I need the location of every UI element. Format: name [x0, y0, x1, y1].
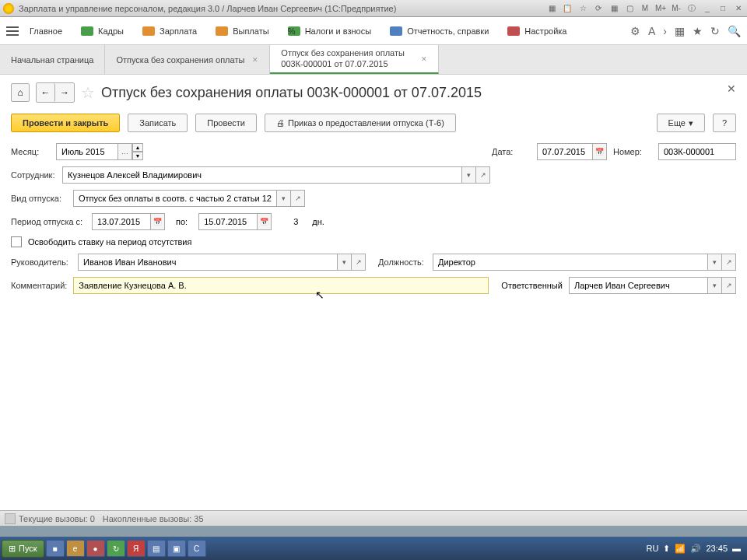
post-button[interactable]: Провести [195, 114, 257, 132]
task-icon[interactable]: ↻ [107, 540, 125, 557]
menu-main[interactable]: Главное [22, 23, 70, 39]
employee-input[interactable] [62, 166, 462, 184]
salary-icon [142, 26, 155, 36]
window-titlebar: Зарплата и управление персоналом, редакц… [0, 0, 747, 17]
burger-icon[interactable] [6, 26, 19, 36]
date-input[interactable] [537, 143, 593, 160]
responsible-open-button[interactable]: ↗ [722, 277, 736, 294]
menu-payments[interactable]: Выплаты [208, 23, 276, 39]
print-icon: 🖨 [276, 118, 285, 128]
menu-taxes[interactable]: %Налоги и взносы [280, 23, 380, 39]
task-icon[interactable]: C [188, 540, 206, 557]
task-icon[interactable]: Я [127, 540, 146, 557]
task-icon[interactable]: ● [86, 540, 105, 557]
month-label: Месяц: [11, 147, 50, 156]
gear-icon[interactable]: ⚙ [630, 25, 640, 37]
month-input[interactable] [56, 143, 118, 160]
leave-type-open-button[interactable]: ↗ [291, 190, 305, 207]
calendar-icon[interactable]: 📅 [151, 213, 165, 230]
volume-icon[interactable]: 🔊 [690, 544, 701, 554]
responsible-label: Ответственный [501, 281, 563, 290]
menu-personnel[interactable]: Кадры [73, 23, 132, 39]
sys-icon[interactable]: M+ [655, 3, 666, 14]
clock[interactable]: 23:45 [706, 544, 728, 553]
task-icon[interactable]: e [66, 540, 85, 557]
font-icon[interactable]: A [648, 25, 655, 37]
sys-icon[interactable]: M [640, 3, 651, 14]
lang-indicator[interactable]: RU [647, 544, 659, 553]
main-menu: Главное Кадры Зарплата Выплаты %Налоги и… [0, 17, 747, 45]
post-and-close-button[interactable]: Провести и закрыть [11, 114, 120, 132]
period-from-input[interactable] [92, 213, 151, 230]
favorite-star-icon[interactable]: ☆ [81, 83, 95, 102]
tab-leave-doc[interactable]: Отпуск без сохранения оплаты 003К-000001… [270, 45, 439, 74]
comment-input[interactable] [73, 277, 489, 294]
sys-icon[interactable]: ▢ [624, 3, 635, 14]
next-icon[interactable]: › [663, 25, 667, 37]
manager-dropdown-button[interactable]: ▾ [338, 254, 352, 271]
toolbar: Провести и закрыть Записать Провести 🖨Пр… [11, 114, 736, 132]
calendar-icon[interactable]: 📅 [593, 143, 607, 160]
responsible-input[interactable] [569, 277, 708, 294]
menu-salary[interactable]: Зарплата [135, 23, 205, 39]
calendar-icon[interactable]: 📅 [258, 213, 272, 230]
employee-open-button[interactable]: ↗ [476, 166, 490, 184]
form-close-button[interactable]: ✕ [727, 82, 736, 95]
home-button[interactable]: ⌂ [11, 83, 30, 102]
maximize-icon[interactable]: □ [717, 3, 728, 14]
show-desktop[interactable]: ▬ [732, 544, 741, 553]
position-dropdown-button[interactable]: ▾ [708, 254, 722, 271]
apps-icon[interactable]: ▦ [675, 25, 685, 37]
position-open-button[interactable]: ↗ [722, 254, 736, 271]
month-select-button[interactable]: … [118, 143, 132, 160]
sys-icon[interactable]: ⟳ [593, 3, 604, 14]
more-button[interactable]: Еще ▾ [657, 114, 705, 132]
period-to-input[interactable] [198, 213, 258, 230]
sys-icon[interactable]: 📋 [562, 3, 573, 14]
task-icon[interactable]: ■ [46, 540, 65, 557]
search-icon[interactable]: 🔍 [728, 25, 741, 37]
release-rate-checkbox[interactable] [11, 236, 22, 247]
manager-open-button[interactable]: ↗ [352, 254, 366, 271]
number-input[interactable] [658, 143, 736, 160]
history-icon[interactable]: ↻ [710, 25, 720, 37]
tray-icon[interactable]: 📶 [675, 544, 686, 554]
save-button[interactable]: Записать [128, 114, 188, 132]
task-icon[interactable]: ▣ [167, 540, 186, 557]
month-down-button[interactable]: ▼ [132, 152, 143, 160]
forward-button[interactable]: → [55, 83, 74, 102]
menu-setup[interactable]: Настройка [500, 23, 574, 39]
sys-icon[interactable]: ⓘ [686, 3, 697, 14]
menu-reports[interactable]: Отчетность, справки [382, 23, 496, 39]
print-order-button[interactable]: 🖨Приказ о предоставлении отпуска (Т-6) [265, 114, 456, 132]
sys-icon[interactable]: ▦ [608, 3, 619, 14]
tab-start-page[interactable]: Начальная страница [0, 45, 105, 74]
month-up-button[interactable]: ▲ [132, 143, 143, 152]
star-icon[interactable]: ★ [693, 25, 703, 37]
document-form: ✕ ⌂ ← → ☆ Отпуск без сохранения оплаты 0… [0, 75, 747, 510]
payments-icon [216, 26, 228, 36]
minimize-icon[interactable]: _ [702, 3, 713, 14]
sys-icon[interactable]: M- [671, 3, 682, 14]
sys-icon[interactable]: ▦ [546, 3, 557, 14]
manager-input[interactable] [78, 254, 338, 271]
leave-type-input[interactable] [73, 190, 277, 207]
tray-icon[interactable]: ⬆ [663, 544, 670, 554]
close-icon[interactable]: ✕ [421, 55, 427, 63]
leave-type-label: Вид отпуска: [11, 194, 67, 203]
position-input[interactable] [433, 254, 708, 271]
leave-type-dropdown-button[interactable]: ▾ [277, 190, 291, 207]
start-button[interactable]: ⊞Пуск [2, 540, 44, 558]
tab-leave-list[interactable]: Отпуска без сохранения оплаты✕ [105, 45, 270, 74]
sys-icon[interactable]: ☆ [577, 3, 588, 14]
help-button[interactable]: ? [713, 114, 736, 132]
responsible-dropdown-button[interactable]: ▾ [708, 277, 722, 294]
menubar-right: ⚙ A › ▦ ★ ↻ 🔍 [630, 25, 741, 37]
task-icon[interactable]: ▤ [147, 540, 166, 557]
status-icon[interactable] [5, 513, 16, 524]
close-icon[interactable]: ✕ [733, 3, 744, 14]
close-icon[interactable]: ✕ [252, 56, 258, 64]
back-button[interactable]: ← [37, 83, 55, 102]
employee-dropdown-button[interactable]: ▾ [462, 166, 476, 184]
system-tray: RU ⬆ 📶 🔊 23:45 ▬ [642, 544, 745, 554]
